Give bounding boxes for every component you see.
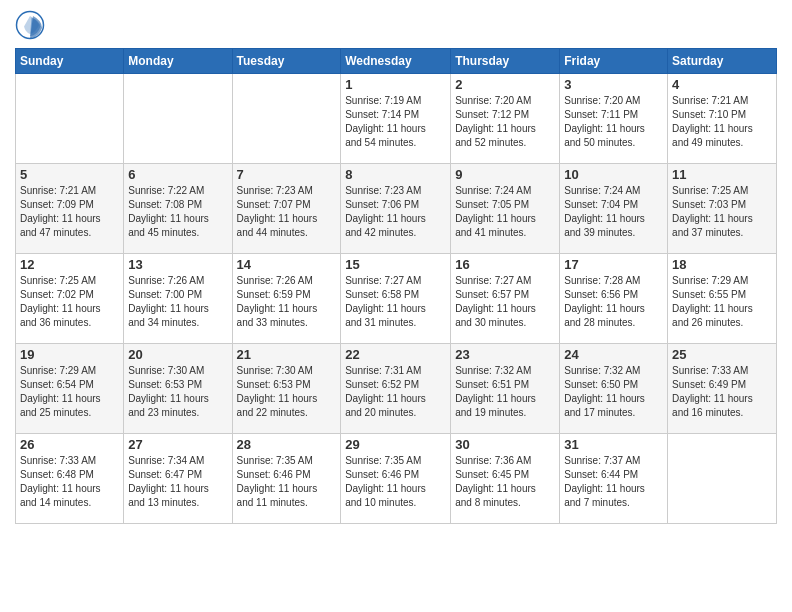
- day-info: Sunrise: 7:33 AMSunset: 6:48 PMDaylight:…: [20, 454, 119, 510]
- day-number: 20: [128, 347, 227, 362]
- day-cell: [232, 74, 341, 164]
- day-info: Sunrise: 7:22 AMSunset: 7:08 PMDaylight:…: [128, 184, 227, 240]
- day-info: Sunrise: 7:20 AMSunset: 7:11 PMDaylight:…: [564, 94, 663, 150]
- day-cell: [124, 74, 232, 164]
- calendar-table: SundayMondayTuesdayWednesdayThursdayFrid…: [15, 48, 777, 524]
- week-row-1: 1Sunrise: 7:19 AMSunset: 7:14 PMDaylight…: [16, 74, 777, 164]
- day-number: 1: [345, 77, 446, 92]
- day-number: 16: [455, 257, 555, 272]
- day-number: 2: [455, 77, 555, 92]
- day-cell: 13Sunrise: 7:26 AMSunset: 7:00 PMDayligh…: [124, 254, 232, 344]
- day-cell: 14Sunrise: 7:26 AMSunset: 6:59 PMDayligh…: [232, 254, 341, 344]
- day-number: 17: [564, 257, 663, 272]
- day-info: Sunrise: 7:29 AMSunset: 6:54 PMDaylight:…: [20, 364, 119, 420]
- day-cell: 25Sunrise: 7:33 AMSunset: 6:49 PMDayligh…: [668, 344, 777, 434]
- day-info: Sunrise: 7:24 AMSunset: 7:05 PMDaylight:…: [455, 184, 555, 240]
- day-info: Sunrise: 7:32 AMSunset: 6:50 PMDaylight:…: [564, 364, 663, 420]
- day-info: Sunrise: 7:21 AMSunset: 7:09 PMDaylight:…: [20, 184, 119, 240]
- day-number: 30: [455, 437, 555, 452]
- day-cell: 24Sunrise: 7:32 AMSunset: 6:50 PMDayligh…: [560, 344, 668, 434]
- calendar-page: SundayMondayTuesdayWednesdayThursdayFrid…: [0, 0, 792, 612]
- day-cell: 23Sunrise: 7:32 AMSunset: 6:51 PMDayligh…: [451, 344, 560, 434]
- logo: [15, 10, 49, 40]
- week-row-5: 26Sunrise: 7:33 AMSunset: 6:48 PMDayligh…: [16, 434, 777, 524]
- day-number: 27: [128, 437, 227, 452]
- day-info: Sunrise: 7:27 AMSunset: 6:58 PMDaylight:…: [345, 274, 446, 330]
- day-number: 11: [672, 167, 772, 182]
- day-cell: 30Sunrise: 7:36 AMSunset: 6:45 PMDayligh…: [451, 434, 560, 524]
- weekday-wednesday: Wednesday: [341, 49, 451, 74]
- day-cell: 5Sunrise: 7:21 AMSunset: 7:09 PMDaylight…: [16, 164, 124, 254]
- day-number: 10: [564, 167, 663, 182]
- day-info: Sunrise: 7:34 AMSunset: 6:47 PMDaylight:…: [128, 454, 227, 510]
- day-number: 23: [455, 347, 555, 362]
- day-cell: 21Sunrise: 7:30 AMSunset: 6:53 PMDayligh…: [232, 344, 341, 434]
- day-cell: 16Sunrise: 7:27 AMSunset: 6:57 PMDayligh…: [451, 254, 560, 344]
- day-number: 6: [128, 167, 227, 182]
- day-cell: 28Sunrise: 7:35 AMSunset: 6:46 PMDayligh…: [232, 434, 341, 524]
- day-info: Sunrise: 7:23 AMSunset: 7:06 PMDaylight:…: [345, 184, 446, 240]
- day-info: Sunrise: 7:19 AMSunset: 7:14 PMDaylight:…: [345, 94, 446, 150]
- day-number: 25: [672, 347, 772, 362]
- day-cell: 9Sunrise: 7:24 AMSunset: 7:05 PMDaylight…: [451, 164, 560, 254]
- day-cell: 29Sunrise: 7:35 AMSunset: 6:46 PMDayligh…: [341, 434, 451, 524]
- day-info: Sunrise: 7:32 AMSunset: 6:51 PMDaylight:…: [455, 364, 555, 420]
- day-cell: 27Sunrise: 7:34 AMSunset: 6:47 PMDayligh…: [124, 434, 232, 524]
- weekday-thursday: Thursday: [451, 49, 560, 74]
- day-number: 19: [20, 347, 119, 362]
- day-cell: 31Sunrise: 7:37 AMSunset: 6:44 PMDayligh…: [560, 434, 668, 524]
- day-number: 29: [345, 437, 446, 452]
- day-number: 28: [237, 437, 337, 452]
- day-cell: 20Sunrise: 7:30 AMSunset: 6:53 PMDayligh…: [124, 344, 232, 434]
- week-row-2: 5Sunrise: 7:21 AMSunset: 7:09 PMDaylight…: [16, 164, 777, 254]
- day-info: Sunrise: 7:36 AMSunset: 6:45 PMDaylight:…: [455, 454, 555, 510]
- day-info: Sunrise: 7:29 AMSunset: 6:55 PMDaylight:…: [672, 274, 772, 330]
- day-cell: [16, 74, 124, 164]
- week-row-4: 19Sunrise: 7:29 AMSunset: 6:54 PMDayligh…: [16, 344, 777, 434]
- day-info: Sunrise: 7:21 AMSunset: 7:10 PMDaylight:…: [672, 94, 772, 150]
- day-number: 26: [20, 437, 119, 452]
- week-row-3: 12Sunrise: 7:25 AMSunset: 7:02 PMDayligh…: [16, 254, 777, 344]
- day-info: Sunrise: 7:30 AMSunset: 6:53 PMDaylight:…: [128, 364, 227, 420]
- day-number: 21: [237, 347, 337, 362]
- day-number: 5: [20, 167, 119, 182]
- day-number: 24: [564, 347, 663, 362]
- day-cell: 8Sunrise: 7:23 AMSunset: 7:06 PMDaylight…: [341, 164, 451, 254]
- day-cell: 12Sunrise: 7:25 AMSunset: 7:02 PMDayligh…: [16, 254, 124, 344]
- day-info: Sunrise: 7:35 AMSunset: 6:46 PMDaylight:…: [237, 454, 337, 510]
- day-info: Sunrise: 7:27 AMSunset: 6:57 PMDaylight:…: [455, 274, 555, 330]
- day-number: 13: [128, 257, 227, 272]
- day-cell: 19Sunrise: 7:29 AMSunset: 6:54 PMDayligh…: [16, 344, 124, 434]
- day-cell: 22Sunrise: 7:31 AMSunset: 6:52 PMDayligh…: [341, 344, 451, 434]
- day-number: 31: [564, 437, 663, 452]
- day-cell: 17Sunrise: 7:28 AMSunset: 6:56 PMDayligh…: [560, 254, 668, 344]
- weekday-friday: Friday: [560, 49, 668, 74]
- day-info: Sunrise: 7:37 AMSunset: 6:44 PMDaylight:…: [564, 454, 663, 510]
- logo-icon: [15, 10, 45, 40]
- day-number: 18: [672, 257, 772, 272]
- day-cell: 10Sunrise: 7:24 AMSunset: 7:04 PMDayligh…: [560, 164, 668, 254]
- day-cell: 2Sunrise: 7:20 AMSunset: 7:12 PMDaylight…: [451, 74, 560, 164]
- day-cell: 18Sunrise: 7:29 AMSunset: 6:55 PMDayligh…: [668, 254, 777, 344]
- day-cell: 15Sunrise: 7:27 AMSunset: 6:58 PMDayligh…: [341, 254, 451, 344]
- day-cell: 1Sunrise: 7:19 AMSunset: 7:14 PMDaylight…: [341, 74, 451, 164]
- header: [15, 10, 777, 40]
- day-cell: 4Sunrise: 7:21 AMSunset: 7:10 PMDaylight…: [668, 74, 777, 164]
- weekday-tuesday: Tuesday: [232, 49, 341, 74]
- day-info: Sunrise: 7:28 AMSunset: 6:56 PMDaylight:…: [564, 274, 663, 330]
- day-cell: 11Sunrise: 7:25 AMSunset: 7:03 PMDayligh…: [668, 164, 777, 254]
- day-number: 4: [672, 77, 772, 92]
- day-info: Sunrise: 7:26 AMSunset: 7:00 PMDaylight:…: [128, 274, 227, 330]
- day-number: 12: [20, 257, 119, 272]
- day-number: 8: [345, 167, 446, 182]
- day-number: 3: [564, 77, 663, 92]
- day-number: 15: [345, 257, 446, 272]
- weekday-monday: Monday: [124, 49, 232, 74]
- day-info: Sunrise: 7:20 AMSunset: 7:12 PMDaylight:…: [455, 94, 555, 150]
- day-number: 7: [237, 167, 337, 182]
- day-info: Sunrise: 7:24 AMSunset: 7:04 PMDaylight:…: [564, 184, 663, 240]
- weekday-saturday: Saturday: [668, 49, 777, 74]
- day-cell: [668, 434, 777, 524]
- day-cell: 7Sunrise: 7:23 AMSunset: 7:07 PMDaylight…: [232, 164, 341, 254]
- day-info: Sunrise: 7:31 AMSunset: 6:52 PMDaylight:…: [345, 364, 446, 420]
